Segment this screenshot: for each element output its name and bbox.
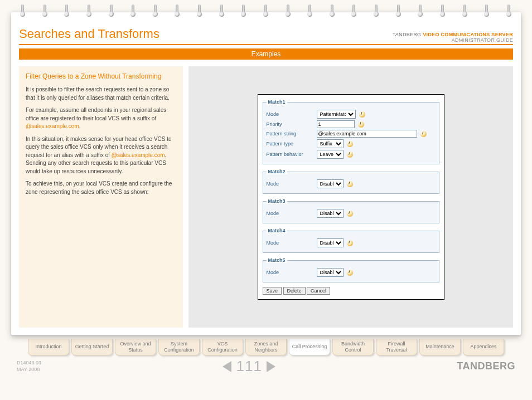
link-sales-example-1[interactable]: @sales.example.com xyxy=(26,123,79,129)
match3-legend: Match3 xyxy=(267,198,287,204)
sidebar-title: Filter Queries to a Zone Without Transfo… xyxy=(26,72,176,81)
cancel-button[interactable]: Cancel xyxy=(307,287,330,295)
header-product: VIDEO COMMUNICATIONS SERVER xyxy=(423,32,513,37)
match2-fieldset: Match2 Mode Disabled xyxy=(263,169,439,194)
match5-mode-label: Mode xyxy=(267,270,317,275)
info-icon[interactable] xyxy=(420,131,427,137)
match1-legend: Match1 xyxy=(267,99,287,105)
info-icon[interactable] xyxy=(359,111,365,118)
prev-page-icon[interactable] xyxy=(223,361,231,372)
spiral-binding xyxy=(11,4,521,17)
match4-mode-select[interactable]: Disabled xyxy=(317,238,344,247)
sidebar-p2: For example, assume all endpoints in you… xyxy=(26,106,176,131)
page-number: 111 xyxy=(236,358,262,375)
tab-system-config[interactable]: System Configuration xyxy=(158,339,200,355)
info-icon[interactable] xyxy=(347,211,353,217)
tab-introduction[interactable]: Introduction xyxy=(28,339,69,355)
match1-mode-select[interactable]: PatternMatch xyxy=(317,110,356,119)
header-subtitle: ADMINISTRATOR GUIDE xyxy=(393,37,513,43)
header-right: TANDBERG VIDEO COMMUNICATIONS SERVER ADM… xyxy=(393,32,513,43)
match4-mode-label: Mode xyxy=(267,240,317,246)
save-button[interactable]: Save xyxy=(263,287,282,295)
doc-date: MAY 2008 xyxy=(17,367,41,373)
match1-fieldset: Match1 Mode PatternMatch Priority xyxy=(263,99,439,164)
tab-firewall-traversal[interactable]: Firewall Traversal xyxy=(376,339,417,355)
match1-priority-label: Priority xyxy=(267,121,317,127)
sidebar-p1: It is possible to filter the search requ… xyxy=(26,86,176,102)
page-sheet: Searches and Transforms TANDBERG VIDEO C… xyxy=(11,12,521,335)
info-icon[interactable] xyxy=(347,141,353,147)
tab-call-processing[interactable]: Call Processing xyxy=(289,339,330,355)
tab-overview-status[interactable]: Overview and Status xyxy=(115,339,156,355)
tab-maintenance[interactable]: Maintenance xyxy=(419,339,461,355)
match3-fieldset: Match3 Mode Disabled xyxy=(263,198,439,223)
screenshot-panel: Match1 Mode PatternMatch Priority xyxy=(188,66,513,328)
match1-priority-input[interactable] xyxy=(317,120,355,128)
match1-pstring-input[interactable] xyxy=(317,130,417,138)
sidebar-p3: In this situation, it makes sense for yo… xyxy=(26,135,176,176)
match3-mode-select[interactable]: Disabled xyxy=(317,209,344,218)
match4-fieldset: Match4 Mode Disabled xyxy=(263,228,439,253)
match2-legend: Match2 xyxy=(267,169,287,174)
tab-bandwidth-control[interactable]: Bandwidth Control xyxy=(332,339,374,355)
tab-getting-started[interactable]: Getting Started xyxy=(71,339,113,355)
match1-ptype-label: Pattern type xyxy=(267,141,317,147)
tab-zones-neighbors[interactable]: Zones and Neighbors xyxy=(245,339,287,355)
match3-mode-label: Mode xyxy=(267,211,317,216)
explanation-panel: Filter Queries to a Zone Without Transfo… xyxy=(19,66,183,328)
section-bar: Examples xyxy=(19,48,513,60)
orange-rule xyxy=(19,44,513,45)
match5-legend: Match5 xyxy=(267,257,287,263)
match1-mode-label: Mode xyxy=(267,111,317,117)
pager: 111 xyxy=(223,358,275,375)
match4-legend: Match4 xyxy=(267,228,287,233)
next-page-icon[interactable] xyxy=(267,361,275,372)
match1-pbehavior-label: Pattern behavior xyxy=(267,152,317,157)
match5-mode-select[interactable]: Disabled xyxy=(317,268,344,277)
match2-mode-label: Mode xyxy=(267,181,317,187)
match1-ptype-select[interactable]: Suffix xyxy=(317,139,344,148)
info-icon[interactable] xyxy=(347,270,353,276)
footer-brand-logo: TANDBERG xyxy=(457,360,515,372)
header-brand: TANDBERG xyxy=(393,32,422,37)
nav-tabs: Introduction Getting Started Overview an… xyxy=(14,339,518,355)
info-icon[interactable] xyxy=(347,181,353,187)
tab-appendices[interactable]: Appendices xyxy=(463,339,504,355)
doc-id: D14049.03 xyxy=(17,360,41,367)
info-icon[interactable] xyxy=(358,121,364,128)
sidebar-p4: To achieve this, on your local VCS creat… xyxy=(26,180,176,196)
link-sales-example-2[interactable]: @sales.example.com xyxy=(112,152,165,158)
page-title: Searches and Transforms xyxy=(19,27,159,41)
info-icon[interactable] xyxy=(347,240,353,246)
match5-fieldset: Match5 Mode Disabled xyxy=(263,257,439,282)
delete-button[interactable]: Delete xyxy=(283,287,306,295)
tab-vcs-config[interactable]: VCS Configuration xyxy=(202,339,243,355)
match1-pbehavior-select[interactable]: Leave xyxy=(317,150,344,159)
config-panel: Match1 Mode PatternMatch Priority xyxy=(258,94,444,300)
info-icon[interactable] xyxy=(347,152,353,158)
match2-mode-select[interactable]: Disabled xyxy=(317,179,344,188)
match1-pstring-label: Pattern string xyxy=(267,131,317,136)
doc-meta: D14049.03 MAY 2008 xyxy=(17,360,41,373)
